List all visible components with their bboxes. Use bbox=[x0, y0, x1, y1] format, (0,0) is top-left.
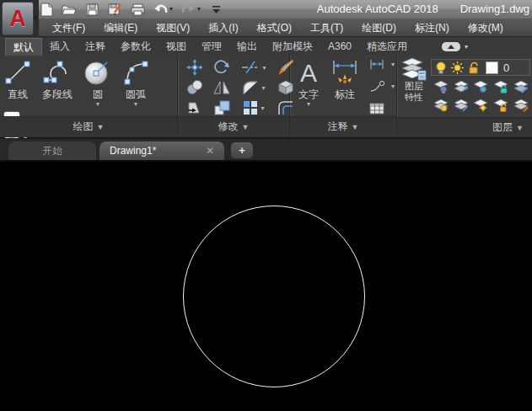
menu-tools[interactable]: 工具(T) bbox=[302, 19, 352, 37]
plus-icon: + bbox=[239, 144, 245, 157]
menu-view[interactable]: 视图(V) bbox=[148, 19, 198, 37]
application-menu-button[interactable]: A bbox=[2, 2, 34, 35]
table-button[interactable] bbox=[369, 103, 395, 115]
linear-dimension-button[interactable]: ▾ bbox=[369, 59, 395, 70]
layer-unisolate-button[interactable] bbox=[454, 99, 469, 115]
file-tab-start[interactable]: 开始 bbox=[8, 141, 96, 160]
layer-off-button[interactable] bbox=[433, 80, 449, 97]
file-tab-drawing1[interactable]: Drawing1* ✕ bbox=[99, 141, 224, 160]
save-button[interactable] bbox=[84, 2, 99, 17]
minimize-ribbon-icon bbox=[448, 45, 454, 49]
window-title: Autodesk AutoCAD 2018Drawing1.dwg bbox=[317, 0, 529, 19]
ribbon-tab-home[interactable]: 默认 bbox=[5, 38, 42, 56]
undo-button[interactable] bbox=[153, 2, 168, 17]
ribbon-tab-insert[interactable]: 插入 bbox=[42, 38, 78, 56]
linear-dimension-caret[interactable]: ▾ bbox=[391, 61, 395, 68]
layer-lock-button[interactable] bbox=[493, 80, 508, 97]
draw-panel-footer[interactable]: 绘图▼ bbox=[0, 116, 177, 137]
menu-edit[interactable]: 编辑(E) bbox=[95, 19, 146, 37]
app-logo-block: A ▾ bbox=[0, 0, 39, 37]
stretch-tool-button[interactable] bbox=[181, 100, 208, 115]
minimize-ribbon-button[interactable] bbox=[442, 42, 460, 51]
layers-panel-body: 图层 特性 bbox=[397, 56, 532, 118]
fillet-tool-button[interactable]: ▾ bbox=[235, 80, 272, 95]
line-icon bbox=[4, 58, 31, 87]
rotate-tool-button[interactable] bbox=[208, 59, 235, 76]
redo-button[interactable] bbox=[180, 2, 196, 17]
drawing-canvas[interactable] bbox=[0, 162, 532, 411]
circle-tool-button[interactable]: 圆 ▾ bbox=[79, 56, 116, 108]
new-drawing-tab-button[interactable]: + bbox=[231, 142, 253, 158]
menu-modify[interactable]: 修改(M) bbox=[459, 19, 512, 37]
array-dropdown-caret[interactable]: ▾ bbox=[261, 104, 264, 112]
trim-icon bbox=[241, 61, 260, 74]
leader-caret[interactable]: ▾ bbox=[391, 83, 395, 90]
undo-dropdown-caret[interactable]: ▾ bbox=[169, 6, 173, 13]
ribbon-tab-output[interactable]: 输出 bbox=[229, 38, 265, 56]
dimension-icon bbox=[330, 58, 360, 87]
redo-dropdown-caret[interactable]: ▾ bbox=[197, 6, 201, 13]
layer-color-swatch bbox=[486, 61, 498, 74]
layer-properties-button[interactable]: 图层 特性 bbox=[399, 57, 429, 103]
application-menu-caret[interactable]: ▾ bbox=[34, 13, 38, 22]
trim-tool-button[interactable]: ▾ bbox=[235, 61, 272, 74]
redo-icon bbox=[181, 4, 196, 15]
autocad-logo-icon: A bbox=[9, 8, 26, 30]
trim-dropdown-caret[interactable]: ▾ bbox=[262, 64, 266, 72]
line-tool-button[interactable]: 直线 bbox=[0, 56, 35, 100]
move-tool-button[interactable] bbox=[181, 59, 208, 76]
layer-combo-box[interactable]: 0 bbox=[431, 59, 530, 76]
dimension-tool-button[interactable]: 标注 bbox=[325, 56, 364, 100]
ribbon-collapse-group: ▾ bbox=[442, 38, 468, 56]
mirror-tool-button[interactable] bbox=[208, 80, 235, 95]
close-tab-icon[interactable]: ✕ bbox=[206, 145, 214, 157]
layer-isolate-button[interactable] bbox=[454, 80, 469, 97]
ribbon-tab-addins[interactable]: 附加模块 bbox=[265, 38, 320, 56]
ribbon-tab-a360[interactable]: A360 bbox=[320, 38, 359, 56]
ribbon-tab-featured-apps[interactable]: 精选应用 bbox=[359, 38, 415, 56]
ribbon-tab-parametric[interactable]: 参数化 bbox=[113, 38, 159, 56]
array-tool-button[interactable]: ▾ bbox=[235, 100, 272, 115]
new-file-button[interactable] bbox=[39, 2, 54, 17]
circle-dropdown-caret[interactable]: ▾ bbox=[96, 100, 99, 108]
menu-file[interactable]: 文件(F) bbox=[44, 19, 94, 37]
customize-qat-button[interactable] bbox=[208, 2, 223, 17]
ribbon-tab-view[interactable]: 视图 bbox=[159, 38, 194, 56]
array-icon bbox=[243, 100, 258, 115]
menu-insert[interactable]: 插入(I) bbox=[200, 19, 246, 37]
leader-icon bbox=[369, 81, 388, 92]
layer-unlock-button[interactable] bbox=[493, 99, 508, 115]
save-as-button[interactable] bbox=[107, 2, 122, 17]
menu-format[interactable]: 格式(O) bbox=[249, 19, 300, 37]
layer-settings-button[interactable] bbox=[513, 99, 529, 115]
plot-button[interactable] bbox=[130, 2, 145, 17]
make-current-button[interactable] bbox=[513, 80, 529, 97]
menu-draw[interactable]: 绘图(D) bbox=[353, 19, 405, 37]
autocad-window: ▾ ▾ Autodesk AutoCAD 2018Drawing1.d bbox=[0, 0, 532, 411]
ribbon-tab-annotate[interactable]: 注释 bbox=[78, 38, 113, 56]
layer-freeze-button[interactable] bbox=[473, 80, 488, 97]
open-file-button[interactable] bbox=[62, 2, 77, 17]
fillet-dropdown-caret[interactable]: ▾ bbox=[261, 84, 265, 92]
minimize-ribbon-caret[interactable]: ▾ bbox=[465, 43, 468, 51]
polyline-tool-button[interactable]: 多段线 bbox=[35, 56, 79, 100]
thaw-all-layers-button[interactable] bbox=[473, 99, 488, 115]
leader-button[interactable]: ▾ bbox=[369, 81, 395, 92]
annotate-panel-footer[interactable]: 注释▼ bbox=[290, 116, 396, 137]
copy-tool-button[interactable] bbox=[181, 80, 208, 95]
modify-panel-footer[interactable]: 修改▼ bbox=[178, 116, 289, 137]
scale-tool-button[interactable] bbox=[208, 100, 235, 115]
circle-icon bbox=[83, 58, 112, 87]
arc-tool-button[interactable]: 圆弧 ▾ bbox=[116, 56, 155, 108]
menu-dimension[interactable]: 标注(N) bbox=[406, 19, 458, 37]
ribbon-tab-manage[interactable]: 管理 bbox=[194, 38, 229, 56]
arc-dropdown-caret[interactable]: ▾ bbox=[134, 100, 137, 108]
text-dropdown-caret[interactable]: ▾ bbox=[307, 100, 310, 108]
text-tool-button[interactable]: A 文字 ▾ bbox=[292, 56, 325, 108]
drawn-circle[interactable] bbox=[183, 206, 365, 387]
open-folder-icon bbox=[62, 3, 77, 16]
turn-all-layers-on-button[interactable] bbox=[433, 99, 449, 115]
layer-tools-grid bbox=[431, 79, 531, 116]
annotate-panel-body: A 文字 ▾ bbox=[290, 56, 396, 118]
layers-panel-footer[interactable]: 图层▼ bbox=[397, 117, 532, 137]
